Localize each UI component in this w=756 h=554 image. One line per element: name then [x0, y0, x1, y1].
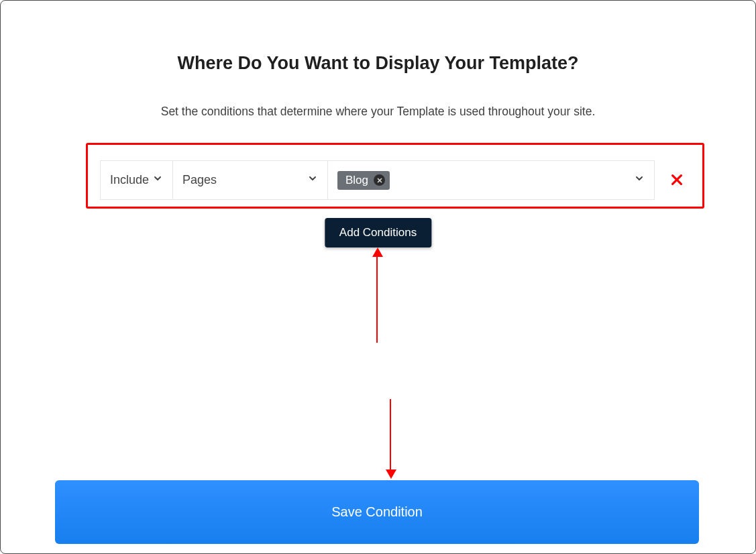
condition-scope-select[interactable]: Pages — [173, 160, 328, 200]
annotation-arrow-down — [390, 399, 391, 471]
dialog-subtitle: Set the conditions that determine where … — [1, 105, 755, 119]
remove-condition-button[interactable] — [668, 171, 686, 188]
condition-mode-value: Include — [110, 173, 149, 187]
save-condition-button[interactable]: Save Condition — [55, 480, 699, 544]
annotation-arrow-down-head — [386, 469, 396, 479]
annotation-arrow-up-head — [372, 247, 383, 257]
selected-page-label: Blog — [345, 174, 368, 187]
condition-scope-value: Pages — [182, 173, 217, 187]
dialog-title: Where Do You Want to Display Your Templa… — [1, 53, 755, 74]
selected-page-chip: Blog — [337, 171, 390, 190]
chevron-down-icon — [152, 173, 163, 187]
condition-pages-select[interactable]: Blog — [328, 160, 655, 200]
chevron-down-icon — [307, 173, 318, 187]
annotation-arrow-up — [376, 256, 378, 343]
condition-mode-select[interactable]: Include — [100, 160, 173, 200]
dialog-frame: Where Do You Want to Display Your Templa… — [0, 0, 756, 554]
condition-row: Include Pages Blog — [100, 160, 655, 200]
chevron-down-icon — [634, 173, 645, 187]
add-conditions-button[interactable]: Add Conditions — [325, 218, 431, 247]
remove-chip-icon[interactable] — [374, 174, 385, 186]
